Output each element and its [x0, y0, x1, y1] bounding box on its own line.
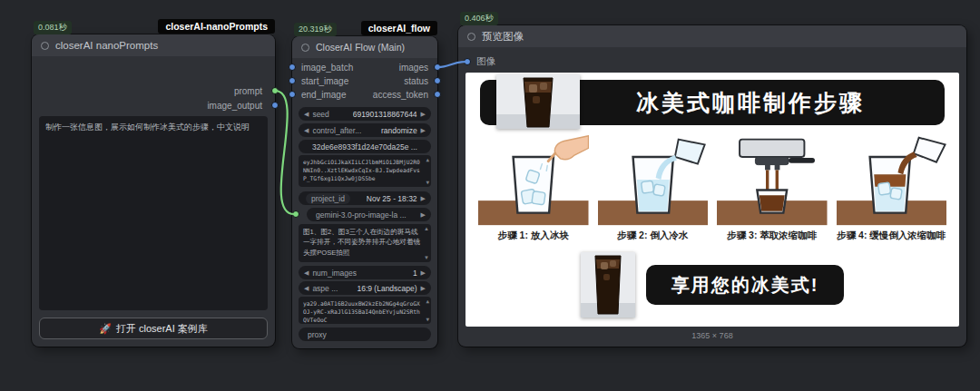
- node-nanoprompts[interactable]: 0.081秒 closerAI-nanoPrompts closerAI nan…: [32, 34, 275, 347]
- step-3-illustration: [717, 132, 828, 227]
- stepper-left-icon[interactable]: ◀: [304, 127, 309, 134]
- aspect-ratio-label: aspe ...: [312, 284, 338, 293]
- input-port-image[interactable]: [464, 58, 471, 65]
- step-caption: 步骤 1: 放入冰块: [498, 230, 569, 242]
- node-type-badge: closerAI-nanoPrompts: [158, 19, 275, 34]
- proxy-label: proxy: [308, 330, 327, 339]
- token-textarea[interactable]: eyJhbGciOiJkaXIiLCJlbmMiOiJBMjU2R0NNIn0.…: [299, 155, 431, 187]
- project-id-value: Nov 25 - 18:32: [367, 194, 417, 203]
- scroll-up-icon[interactable]: ▲: [426, 298, 429, 304]
- node-title: closerAI nanoPrompts: [55, 40, 158, 51]
- step-panel-3: 步骤 3: 萃取浓缩咖啡: [717, 132, 828, 242]
- stepper-left-icon[interactable]: ◀: [304, 285, 309, 292]
- node-graph-canvas[interactable]: 0.081秒 closerAI-nanoPrompts closerAI nan…: [0, 0, 980, 391]
- control-after-label: control_after...: [312, 126, 361, 135]
- step-2-illustration: [598, 132, 709, 227]
- step-caption: 步骤 4: 缓慢倒入浓缩咖啡: [837, 230, 946, 242]
- proxy-widget[interactable]: proxy: [299, 327, 431, 341]
- stepper-right-icon[interactable]: ▶: [421, 111, 426, 118]
- collapse-dot-icon[interactable]: [301, 44, 309, 52]
- control-after-widget[interactable]: ◀ control_after... randomize ▶: [299, 123, 431, 137]
- stepper-right-icon[interactable]: ▶: [421, 127, 426, 134]
- output-label-access-token: access_token: [373, 90, 428, 100]
- execution-time-badge: 20.319秒: [294, 23, 337, 36]
- input-row-image-batch: image_batch: [301, 61, 353, 73]
- node-title-bar[interactable]: CloserAI Flow (Main): [292, 36, 437, 58]
- scroll-down-icon[interactable]: ▼: [426, 180, 429, 185]
- input-port-start-image[interactable]: [289, 77, 296, 84]
- node-title-bar[interactable]: 预览图像: [458, 25, 966, 47]
- scroll-up-icon[interactable]: ▲: [426, 157, 429, 162]
- iced-coffee-photo-top: [496, 74, 580, 129]
- output-port-prompt[interactable]: [271, 87, 279, 94]
- output-row-status: status: [356, 74, 428, 87]
- preview-image: 冰美式咖啡制作步骤: [466, 73, 959, 327]
- input-label-image-batch: image_batch: [301, 63, 353, 73]
- input-port-image-batch[interactable]: [289, 64, 296, 71]
- infographic-steps: 步骤 1: 放入冰块 步骤 2: 倒入冷水: [478, 132, 946, 242]
- token-text: eyJhbGciOiJkaXIiLCJlbmMiOiJBMjU2R0NNIn0.…: [303, 159, 420, 181]
- stepper-right-icon[interactable]: ▶: [421, 285, 426, 292]
- num-images-value: 1: [413, 269, 417, 278]
- infographic-footer-band: 享用您的冰美式!: [646, 265, 845, 305]
- stepper-left-icon[interactable]: ◀: [304, 111, 309, 118]
- flow-prompt-textarea[interactable]: 图1、图2、图3三个人在街边的斑马线一字排开，不同姿势并排开心地对着镜头摆POS…: [299, 224, 431, 262]
- aspect-ratio-value: 16:9 (Landscape): [357, 284, 416, 293]
- image-resolution-label: 1365 × 768: [458, 331, 966, 340]
- iced-coffee-photo-bottom: [581, 252, 635, 318]
- scroll-down-icon[interactable]: ▼: [426, 317, 429, 322]
- open-library-button[interactable]: 🚀 打开 closerAI 案例库: [39, 318, 268, 339]
- model-value: gemini-3.0-pro-image-la ...: [316, 210, 407, 220]
- scroll-up-icon[interactable]: ▲: [424, 226, 429, 231]
- output-row-access-token: access_token: [347, 88, 428, 101]
- step-panel-2: 步骤 2: 倒入冷水: [598, 132, 709, 242]
- stepper-right-icon[interactable]: ▶: [421, 195, 426, 202]
- output-label-status: status: [404, 76, 428, 86]
- infographic-footer-text: 享用您的冰美式!: [671, 273, 819, 298]
- infographic-footer: 享用您的冰美式!: [466, 252, 959, 318]
- prompt-textarea[interactable]: 制作一张信息图，展示如何制作冰美式的步骤，中文说明: [39, 116, 268, 310]
- aspect-ratio-widget[interactable]: ◀ aspe ... 16:9 (Landscape) ▶: [299, 281, 431, 295]
- output-row-prompt: prompt: [41, 84, 262, 97]
- seed-widget[interactable]: ◀ seed 691901318867644 ▶: [299, 107, 431, 121]
- step-4-illustration: [837, 132, 947, 227]
- output-label-image-output: image_output: [207, 101, 262, 111]
- stepper-left-icon[interactable]: ◀: [304, 269, 309, 277]
- output-label-images: images: [399, 63, 428, 73]
- node-title-bar[interactable]: closerAI nanoPrompts: [32, 34, 275, 56]
- stepper-right-icon[interactable]: ▶: [421, 269, 426, 277]
- flow-prompt-text: 图1、图2、图3三个人在街边的斑马线一字排开，不同姿势并排开心地对着镜头摆POS…: [303, 228, 420, 257]
- output-row-image-output: image_output: [41, 99, 262, 112]
- session-id-widget[interactable]: 32de6e8933f1d24e70da25e ...: [299, 140, 431, 153]
- access-token-text: ya29.a0AT16B2uuxBW2kzEb2NGg4qGroGXOJ-yRC…: [303, 300, 420, 323]
- model-widget[interactable]: gemini-3.0-pro-image-la ... ▶: [307, 208, 431, 221]
- output-port-images[interactable]: [434, 64, 441, 71]
- input-label-image: 图像: [476, 55, 495, 68]
- collapse-dot-icon[interactable]: [467, 33, 475, 41]
- infographic-title: 冰美式咖啡制作步骤: [560, 88, 865, 118]
- step-caption: 步骤 3: 萃取浓缩咖啡: [727, 230, 817, 242]
- output-port-access-token[interactable]: [434, 91, 441, 98]
- input-row-image: 图像: [476, 55, 495, 68]
- input-row-start-image: start_image: [301, 74, 348, 87]
- output-row-images: images: [356, 61, 428, 73]
- node-closerai-flow[interactable]: 20.319秒 closerAI_flow CloserAI Flow (Mai…: [292, 36, 437, 348]
- stepper-right-icon[interactable]: ▶: [421, 211, 426, 219]
- collapse-dot-icon[interactable]: [41, 42, 49, 50]
- execution-time-badge: 0.406秒: [460, 12, 498, 25]
- input-port-end-image[interactable]: [289, 91, 296, 98]
- wire-prompt-to-flow: [275, 91, 294, 214]
- input-label-end-image: end_image: [301, 90, 346, 100]
- project-id-widget[interactable]: project_id Nov 25 - 18:32 ▶: [299, 191, 431, 205]
- node-preview-image[interactable]: 0.406秒 预览图像 图像 冰美式咖啡制作步骤: [458, 25, 966, 347]
- output-port-image-output[interactable]: [271, 102, 279, 109]
- input-port-prompt[interactable]: [292, 210, 299, 218]
- seed-value: 691901318867644: [353, 110, 417, 119]
- output-port-status[interactable]: [434, 77, 441, 84]
- num-images-widget[interactable]: ◀ num_images 1 ▶: [299, 266, 431, 279]
- scroll-down-icon[interactable]: ▼: [424, 255, 429, 260]
- step-caption: 步骤 2: 倒入冷水: [617, 230, 688, 242]
- input-label-start-image: start_image: [301, 76, 348, 86]
- access-token-textarea[interactable]: ya29.a0AT16B2uuxBW2kzEb2NGg4qGroGXOJ-yRC…: [299, 297, 431, 324]
- node-type-badge: closerAI_flow: [361, 21, 437, 35]
